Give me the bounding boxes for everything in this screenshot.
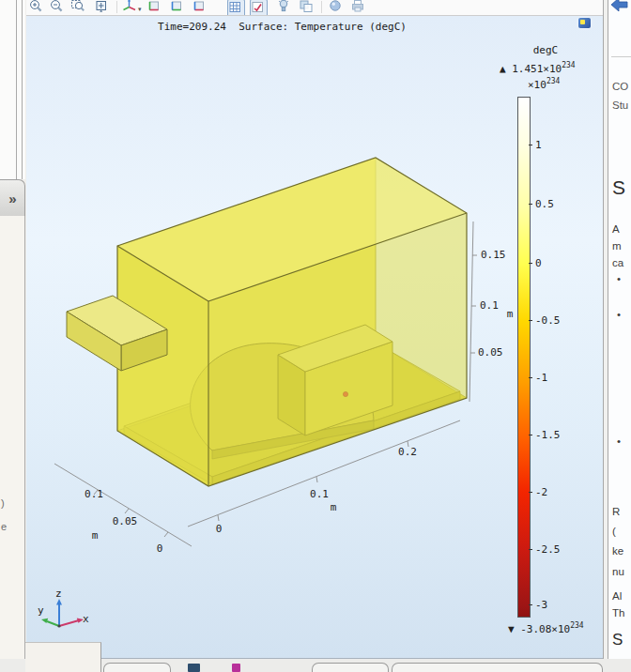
x-axis-tick-01: 0.1 [300, 488, 338, 500]
zoom-box-icon[interactable] [70, 0, 86, 14]
colorbar-tick: 1 [535, 139, 573, 151]
scale-base: ×10 [528, 79, 546, 91]
colorbar-max-label: ▲ 1.451×10234 [500, 61, 576, 75]
show-grid-toggle-icon[interactable] [227, 0, 245, 16]
navy-table-icon[interactable] [188, 664, 200, 672]
bottom-tab[interactable] [103, 663, 171, 672]
image-snapshot-icon[interactable] [328, 0, 344, 14]
x-axis-tick-0: 0 [209, 523, 228, 535]
zoom-extents-icon[interactable] [94, 0, 110, 14]
detach-plot-window-icon[interactable] [578, 18, 591, 28]
bullet-icon: • [617, 309, 621, 320]
min-marker-icon: ▼ [508, 623, 520, 635]
help-panel-clipped: CO Stu S A m ca • • • R ( ke nu Al Th S … [608, 0, 631, 672]
graphics-toolbar: ▾ [26, 0, 603, 16]
y-axis-unit: m [81, 529, 109, 542]
zoom-in-icon[interactable] [28, 0, 44, 14]
view-along-y-icon[interactable] [169, 0, 185, 14]
colorbar-tick: -3 [535, 599, 573, 611]
clipped-text-fragment: Stu [612, 99, 628, 111]
plot-title: Time=209.24 Surface: Temperature (degC) [26, 21, 538, 33]
expand-chevrons-icon: » [8, 191, 15, 206]
colorbar-tick: -0.5 [535, 314, 573, 327]
back-arrow-icon[interactable] [610, 0, 629, 11]
clipped-text-fragment: R [612, 506, 620, 517]
clipped-text-fragment: e [1, 521, 7, 532]
scale-exponent: 234 [546, 77, 560, 85]
clipped-text-fragment: Th [612, 607, 624, 619]
y-axis-tick-01: 0.1 [75, 488, 113, 500]
colorbar-tick: -2 [535, 486, 573, 498]
toolbar-separator [116, 1, 117, 13]
bottom-tab[interactable] [392, 663, 603, 672]
colorbar-gradient [517, 97, 531, 618]
min-exponent: 234 [570, 621, 583, 630]
y-axis-tick-005: 0.05 [106, 515, 144, 527]
view-along-z-icon[interactable] [192, 0, 208, 14]
bottom-left-panel-corner [25, 642, 101, 672]
clipped-heading: S [612, 176, 625, 199]
view-dropdown-caret[interactable]: ▾ [138, 6, 142, 13]
colorbar-min-label: ▼ -3.08×10234 [508, 621, 584, 635]
clipped-text-fragment: ke [612, 545, 623, 557]
clipped-text-fragment: A [612, 223, 620, 235]
print-icon[interactable] [350, 0, 366, 14]
collapsed-panel: ) e [0, 216, 25, 672]
x-axis-tick-02: 0.2 [389, 446, 426, 458]
z-axis-unit: m [503, 308, 516, 320]
z-axis-tick-005: 0.05 [478, 346, 510, 359]
colorbar-tick: -1.5 [535, 429, 573, 441]
bottom-tab[interactable] [312, 663, 389, 672]
panel-divider [611, 56, 631, 57]
colorbar-tick: -2.5 [535, 543, 573, 556]
clipped-text-fragment: m [612, 240, 622, 252]
graphics-canvas-3d-view[interactable]: Time=209.24 Surface: Temperature (degC) [26, 15, 603, 659]
toolbar-separator [321, 1, 322, 13]
max-exponent: 234 [562, 61, 575, 69]
zoom-out-icon[interactable] [49, 0, 65, 14]
show-plot-toggle-icon[interactable] [250, 0, 268, 16]
expand-panel-button[interactable]: » [0, 179, 25, 217]
max-marker-icon: ▲ [500, 63, 512, 75]
view-along-x-icon[interactable] [146, 0, 162, 14]
colorbar-tick: 0.5 [535, 198, 573, 210]
clipped-text-fragment: ca [612, 257, 623, 268]
bullet-icon: • [617, 273, 621, 284]
colorbar-tick: 0 [535, 257, 573, 269]
colorbar-scale-label: ×10234 [528, 77, 560, 91]
scene-light-icon[interactable] [276, 0, 292, 14]
triad-x-label: x [83, 613, 89, 625]
colorbar-tick: -1 [535, 372, 573, 384]
y-axis-tick-0: 0 [150, 542, 169, 555]
model-3d-scene [26, 15, 603, 658]
window-divider-line [22, 0, 23, 179]
triad-z-label: z [55, 588, 62, 600]
go-to-default-3d-view-icon[interactable] [122, 0, 138, 14]
clipped-text-fragment: CO [612, 81, 628, 92]
clipped-text-fragment: Al [612, 590, 622, 602]
detach-plot-inner-glyph [580, 20, 585, 24]
transparency-icon[interactable] [299, 0, 315, 14]
clipped-text-fragment: ( [612, 526, 616, 537]
min-value: -3.08×10 [520, 623, 570, 635]
x-axis-unit: m [319, 501, 347, 513]
colorbar-unit-label: degC [517, 44, 574, 56]
window-divider-line [16, 0, 17, 179]
bullet-icon: • [617, 435, 621, 447]
triad-y-label: y [38, 604, 44, 617]
z-axis-tick-015: 0.15 [481, 249, 513, 261]
clipped-heading: S [612, 631, 623, 649]
clipped-text-fragment: ) [1, 497, 5, 509]
magenta-plot-icon[interactable] [232, 664, 240, 672]
max-value: 1.451×10 [512, 63, 562, 75]
clipped-text-fragment: nu [612, 566, 624, 577]
